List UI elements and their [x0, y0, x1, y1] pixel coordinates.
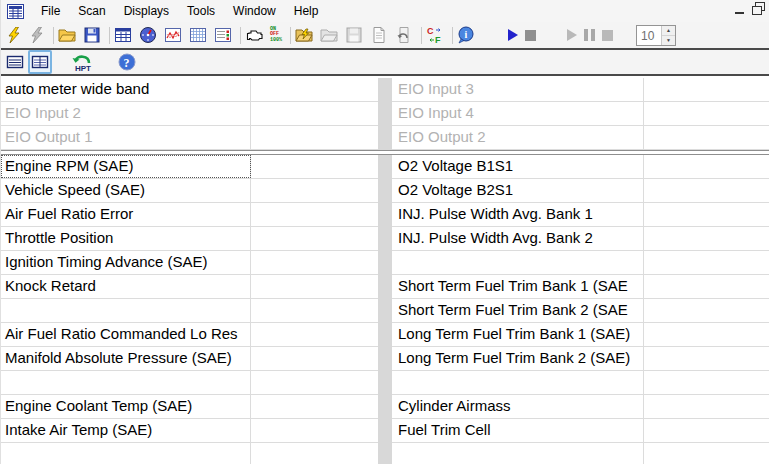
output-control-icon[interactable]: ON OFF 100%	[270, 27, 282, 44]
param-cell-selected[interactable]: Engine RPM (SAE)	[1, 155, 251, 178]
value-cell[interactable]	[644, 299, 769, 322]
param-cell[interactable]: Ignition Timing Advance (SAE)	[1, 251, 251, 274]
stop-scan-button[interactable]	[525, 30, 536, 41]
param-cell[interactable]: Knock Retard	[1, 275, 251, 298]
param-cell[interactable]: O2 Voltage B2S1	[392, 179, 644, 202]
param-cell[interactable]: Engine Coolant Temp (SAE)	[1, 395, 251, 418]
param-cell[interactable]: Manifold Absolute Pressure (SAE)	[1, 347, 251, 370]
value-cell[interactable]	[251, 155, 378, 178]
spin-down-button[interactable]: ▼	[662, 36, 675, 45]
value-cell[interactable]	[644, 275, 769, 298]
sample-rate-spinner[interactable]: 10 ▲ ▼	[636, 25, 676, 46]
restore-button[interactable]	[752, 2, 765, 15]
value-cell[interactable]	[644, 323, 769, 346]
value-cell[interactable]	[644, 203, 769, 226]
param-cell[interactable]: INJ. Pulse Width Avg. Bank 2	[392, 227, 644, 250]
table-display-icon[interactable]	[114, 26, 132, 44]
value-cell[interactable]	[644, 102, 769, 125]
param-cell[interactable]: EIO Output 2	[392, 126, 644, 149]
menu-help[interactable]: Help	[285, 1, 328, 21]
value-cell[interactable]	[251, 227, 378, 250]
value-cell[interactable]	[251, 443, 378, 464]
hpt-resync-icon[interactable]: HPT	[70, 52, 94, 72]
value-cell[interactable]	[644, 395, 769, 418]
menu-scan[interactable]: Scan	[69, 1, 114, 21]
unit-convert-icon[interactable]: C F	[426, 26, 444, 44]
value-cell[interactable]	[644, 227, 769, 250]
param-cell[interactable]: Air Fuel Ratio Commanded Lo Res	[1, 323, 251, 346]
param-cell[interactable]: Short Term Fuel Trim Bank 1 (SAE	[392, 275, 644, 298]
value-cell[interactable]	[644, 419, 769, 442]
value-cell[interactable]	[251, 299, 378, 322]
menu-file[interactable]: File	[32, 1, 69, 21]
param-cell[interactable]: Air Fuel Ratio Error	[1, 203, 251, 226]
param-cell[interactable]: auto meter wide band	[1, 78, 251, 101]
histogram-display-icon[interactable]	[189, 26, 207, 44]
value-cell[interactable]	[251, 395, 378, 418]
open-config-icon[interactable]	[295, 26, 313, 44]
param-cell[interactable]	[392, 251, 644, 274]
param-cell[interactable]: EIO Input 2	[1, 102, 251, 125]
param-cell[interactable]: Fuel Trim Cell	[392, 419, 644, 442]
value-cell[interactable]	[251, 126, 378, 149]
gauge-display-icon[interactable]	[139, 26, 157, 44]
value-cell[interactable]	[644, 78, 769, 101]
value-cell[interactable]	[251, 347, 378, 370]
param-cell[interactable]: EIO Input 3	[392, 78, 644, 101]
param-cell[interactable]: INJ. Pulse Width Avg. Bank 1	[392, 203, 644, 226]
param-cell[interactable]: Cylinder Airmass	[392, 395, 644, 418]
minimize-button[interactable]	[735, 12, 744, 14]
window-menu-icon[interactable]	[7, 4, 24, 19]
param-cell[interactable]: Vehicle Speed (SAE)	[1, 179, 251, 202]
param-cell[interactable]	[1, 443, 251, 464]
disconnect-icon[interactable]	[29, 27, 45, 43]
value-cell[interactable]	[644, 179, 769, 202]
value-cell[interactable]	[644, 251, 769, 274]
menu-window[interactable]: Window	[224, 1, 285, 21]
value-cell[interactable]	[251, 419, 378, 442]
value-cell[interactable]	[251, 323, 378, 346]
help-icon[interactable]: ?	[118, 53, 136, 71]
chart-display-icon[interactable]	[164, 26, 182, 44]
revert-log-icon[interactable]	[395, 26, 413, 44]
value-cell[interactable]	[644, 155, 769, 178]
value-cell[interactable]	[251, 371, 378, 394]
param-cell[interactable]	[1, 299, 251, 322]
value-cell[interactable]	[644, 371, 769, 394]
param-cell[interactable]	[392, 371, 644, 394]
param-cell[interactable]: EIO Input 4	[392, 102, 644, 125]
sample-rate-value[interactable]: 10	[637, 26, 661, 45]
value-cell[interactable]	[251, 251, 378, 274]
param-cell[interactable]: O2 Voltage B1S1	[392, 155, 644, 178]
value-cell[interactable]	[251, 203, 378, 226]
value-cell[interactable]	[251, 275, 378, 298]
value-cell[interactable]	[251, 78, 378, 101]
param-cell[interactable]	[1, 371, 251, 394]
value-cell[interactable]	[251, 179, 378, 202]
param-cell[interactable]: EIO Output 1	[1, 126, 251, 149]
channels-wide-view-selected[interactable]	[28, 50, 52, 74]
channels-compact-view-icon[interactable]	[6, 53, 24, 71]
save-log-icon[interactable]	[83, 26, 101, 44]
param-cell[interactable]: Short Term Fuel Trim Bank 2 (SAE	[392, 299, 644, 322]
menu-tools[interactable]: Tools	[178, 1, 224, 21]
param-cell[interactable]: Throttle Position	[1, 227, 251, 250]
value-cell[interactable]	[251, 102, 378, 125]
spin-up-button[interactable]: ▲	[662, 26, 675, 36]
open-log-icon[interactable]	[58, 26, 76, 44]
table-row: Knock Retard	[1, 275, 378, 299]
param-cell[interactable]	[392, 443, 644, 464]
document-icon[interactable]	[370, 26, 388, 44]
value-cell[interactable]	[644, 443, 769, 464]
value-cell[interactable]	[644, 347, 769, 370]
check-engine-icon[interactable]	[245, 26, 263, 44]
param-cell[interactable]: Long Term Fuel Trim Bank 1 (SAE)	[392, 323, 644, 346]
info-icon[interactable]: i	[457, 26, 475, 44]
value-cell[interactable]	[644, 126, 769, 149]
param-cell[interactable]: Long Term Fuel Trim Bank 2 (SAE)	[392, 347, 644, 370]
start-scan-button[interactable]	[508, 29, 518, 41]
param-cell[interactable]: Intake Air Temp (SAE)	[1, 419, 251, 442]
connect-icon[interactable]	[6, 27, 22, 43]
dashboard-display-icon[interactable]	[214, 26, 232, 44]
menu-displays[interactable]: Displays	[115, 1, 178, 21]
